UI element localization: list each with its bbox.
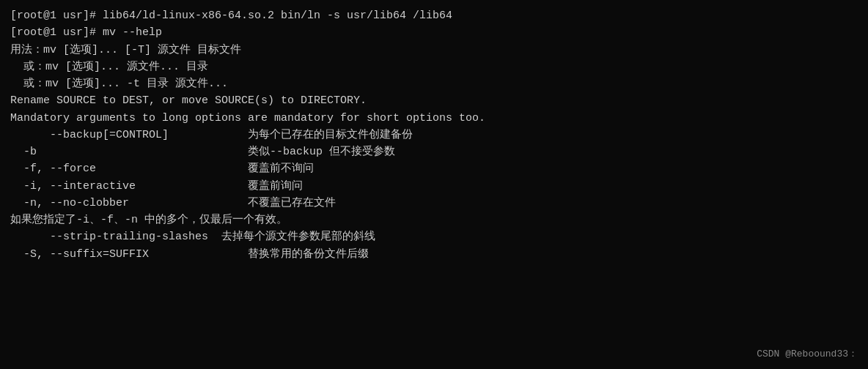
terminal-line: [root@1 usr]# mv --help [10, 24, 858, 41]
terminal-line: -n, --no-clobber 不覆盖已存在文件 [10, 195, 858, 212]
terminal-line: [root@1 usr]# lib64/ld-linux-x86-64.so.2… [10, 7, 858, 24]
terminal-line: -i, --interactive 覆盖前询问 [10, 178, 858, 195]
terminal-line: Mandatory arguments to long options are … [10, 110, 858, 127]
terminal-line: --strip-trailing-slashes 去掉每个源文件参数尾部的斜线 [10, 228, 858, 245]
terminal-line: 或：mv [选项]... 源文件... 目录 [10, 59, 858, 75]
terminal-line: --backup[=CONTROL] 为每个已存在的目标文件创建备份 [10, 127, 858, 144]
terminal-line: -S, --suffix=SUFFIX 替换常用的备份文件后缀 [10, 246, 858, 263]
terminal-line: Rename SOURCE to DEST, or move SOURCE(s)… [10, 92, 858, 109]
terminal-line: -b 类似--backup 但不接受参数 [10, 144, 858, 160]
terminal-line: -f, --force 覆盖前不询问 [10, 160, 858, 177]
terminal-line: 如果您指定了-i、-f、-n 中的多个，仅最后一个有效。 [10, 212, 858, 228]
terminal-line: 用法：mv [选项]... [-T] 源文件 目标文件 [10, 42, 858, 59]
terminal: [root@1 usr]# lib64/ld-linux-x86-64.so.2… [10, 7, 858, 263]
watermark: CSDN @Reboound33： [757, 347, 858, 362]
terminal-line: 或：mv [选项]... -t 目录 源文件... [10, 75, 858, 92]
